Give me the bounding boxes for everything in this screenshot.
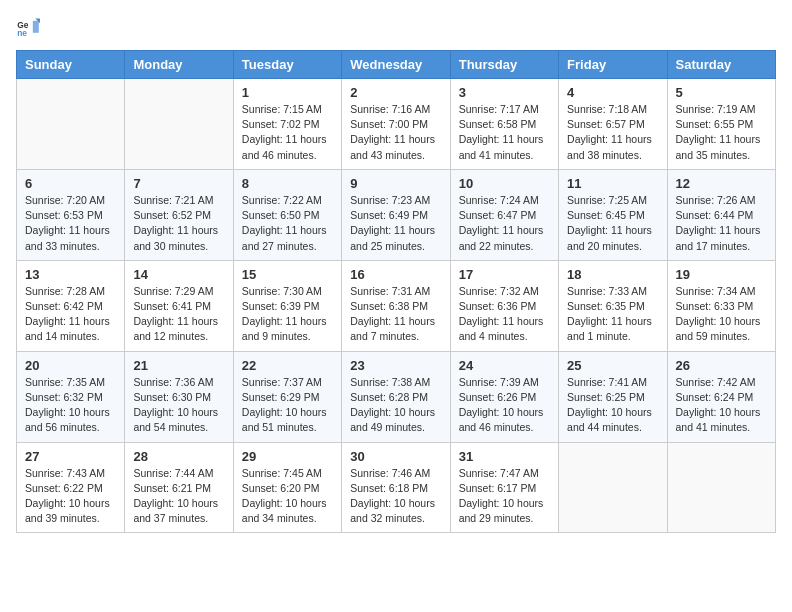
day-number: 16	[350, 267, 441, 282]
day-number: 5	[676, 85, 767, 100]
weekday-wednesday: Wednesday	[342, 51, 450, 79]
calendar-cell: 14Sunrise: 7:29 AM Sunset: 6:41 PM Dayli…	[125, 260, 233, 351]
calendar-cell: 25Sunrise: 7:41 AM Sunset: 6:25 PM Dayli…	[559, 351, 667, 442]
calendar-cell: 27Sunrise: 7:43 AM Sunset: 6:22 PM Dayli…	[17, 442, 125, 533]
calendar-cell: 16Sunrise: 7:31 AM Sunset: 6:38 PM Dayli…	[342, 260, 450, 351]
day-info: Sunrise: 7:19 AM Sunset: 6:55 PM Dayligh…	[676, 102, 767, 163]
weekday-tuesday: Tuesday	[233, 51, 341, 79]
day-info: Sunrise: 7:24 AM Sunset: 6:47 PM Dayligh…	[459, 193, 550, 254]
calendar-cell: 11Sunrise: 7:25 AM Sunset: 6:45 PM Dayli…	[559, 169, 667, 260]
calendar-cell: 10Sunrise: 7:24 AM Sunset: 6:47 PM Dayli…	[450, 169, 558, 260]
weekday-monday: Monday	[125, 51, 233, 79]
svg-marker-2	[33, 21, 39, 33]
day-info: Sunrise: 7:20 AM Sunset: 6:53 PM Dayligh…	[25, 193, 116, 254]
calendar-cell: 3Sunrise: 7:17 AM Sunset: 6:58 PM Daylig…	[450, 79, 558, 170]
logo: Ge ne	[16, 16, 44, 40]
calendar-cell: 12Sunrise: 7:26 AM Sunset: 6:44 PM Dayli…	[667, 169, 775, 260]
day-info: Sunrise: 7:23 AM Sunset: 6:49 PM Dayligh…	[350, 193, 441, 254]
calendar-cell: 22Sunrise: 7:37 AM Sunset: 6:29 PM Dayli…	[233, 351, 341, 442]
calendar-cell: 7Sunrise: 7:21 AM Sunset: 6:52 PM Daylig…	[125, 169, 233, 260]
calendar-cell: 19Sunrise: 7:34 AM Sunset: 6:33 PM Dayli…	[667, 260, 775, 351]
day-info: Sunrise: 7:39 AM Sunset: 6:26 PM Dayligh…	[459, 375, 550, 436]
day-number: 12	[676, 176, 767, 191]
day-number: 18	[567, 267, 658, 282]
day-info: Sunrise: 7:26 AM Sunset: 6:44 PM Dayligh…	[676, 193, 767, 254]
day-info: Sunrise: 7:35 AM Sunset: 6:32 PM Dayligh…	[25, 375, 116, 436]
day-info: Sunrise: 7:34 AM Sunset: 6:33 PM Dayligh…	[676, 284, 767, 345]
day-number: 28	[133, 449, 224, 464]
day-info: Sunrise: 7:43 AM Sunset: 6:22 PM Dayligh…	[25, 466, 116, 527]
day-number: 24	[459, 358, 550, 373]
svg-text:ne: ne	[17, 28, 27, 38]
day-info: Sunrise: 7:37 AM Sunset: 6:29 PM Dayligh…	[242, 375, 333, 436]
calendar-cell	[17, 79, 125, 170]
day-number: 30	[350, 449, 441, 464]
day-number: 27	[25, 449, 116, 464]
calendar-week-2: 6Sunrise: 7:20 AM Sunset: 6:53 PM Daylig…	[17, 169, 776, 260]
weekday-thursday: Thursday	[450, 51, 558, 79]
day-number: 20	[25, 358, 116, 373]
calendar-cell: 2Sunrise: 7:16 AM Sunset: 7:00 PM Daylig…	[342, 79, 450, 170]
day-info: Sunrise: 7:21 AM Sunset: 6:52 PM Dayligh…	[133, 193, 224, 254]
day-number: 14	[133, 267, 224, 282]
calendar-cell: 8Sunrise: 7:22 AM Sunset: 6:50 PM Daylig…	[233, 169, 341, 260]
calendar-cell: 18Sunrise: 7:33 AM Sunset: 6:35 PM Dayli…	[559, 260, 667, 351]
day-number: 8	[242, 176, 333, 191]
calendar-cell: 17Sunrise: 7:32 AM Sunset: 6:36 PM Dayli…	[450, 260, 558, 351]
day-info: Sunrise: 7:30 AM Sunset: 6:39 PM Dayligh…	[242, 284, 333, 345]
day-number: 11	[567, 176, 658, 191]
calendar-cell: 28Sunrise: 7:44 AM Sunset: 6:21 PM Dayli…	[125, 442, 233, 533]
day-number: 13	[25, 267, 116, 282]
day-info: Sunrise: 7:31 AM Sunset: 6:38 PM Dayligh…	[350, 284, 441, 345]
day-info: Sunrise: 7:18 AM Sunset: 6:57 PM Dayligh…	[567, 102, 658, 163]
calendar-cell: 29Sunrise: 7:45 AM Sunset: 6:20 PM Dayli…	[233, 442, 341, 533]
day-info: Sunrise: 7:33 AM Sunset: 6:35 PM Dayligh…	[567, 284, 658, 345]
day-number: 17	[459, 267, 550, 282]
day-number: 9	[350, 176, 441, 191]
day-number: 29	[242, 449, 333, 464]
weekday-friday: Friday	[559, 51, 667, 79]
calendar-week-5: 27Sunrise: 7:43 AM Sunset: 6:22 PM Dayli…	[17, 442, 776, 533]
calendar-cell: 13Sunrise: 7:28 AM Sunset: 6:42 PM Dayli…	[17, 260, 125, 351]
calendar-cell: 4Sunrise: 7:18 AM Sunset: 6:57 PM Daylig…	[559, 79, 667, 170]
weekday-sunday: Sunday	[17, 51, 125, 79]
day-info: Sunrise: 7:44 AM Sunset: 6:21 PM Dayligh…	[133, 466, 224, 527]
day-info: Sunrise: 7:46 AM Sunset: 6:18 PM Dayligh…	[350, 466, 441, 527]
calendar-cell: 26Sunrise: 7:42 AM Sunset: 6:24 PM Dayli…	[667, 351, 775, 442]
calendar-cell: 1Sunrise: 7:15 AM Sunset: 7:02 PM Daylig…	[233, 79, 341, 170]
day-number: 7	[133, 176, 224, 191]
calendar-cell: 15Sunrise: 7:30 AM Sunset: 6:39 PM Dayli…	[233, 260, 341, 351]
calendar-cell: 24Sunrise: 7:39 AM Sunset: 6:26 PM Dayli…	[450, 351, 558, 442]
day-info: Sunrise: 7:28 AM Sunset: 6:42 PM Dayligh…	[25, 284, 116, 345]
calendar-cell: 23Sunrise: 7:38 AM Sunset: 6:28 PM Dayli…	[342, 351, 450, 442]
weekday-saturday: Saturday	[667, 51, 775, 79]
calendar-header: SundayMondayTuesdayWednesdayThursdayFrid…	[17, 51, 776, 79]
day-number: 1	[242, 85, 333, 100]
day-number: 25	[567, 358, 658, 373]
day-number: 31	[459, 449, 550, 464]
calendar-cell	[125, 79, 233, 170]
logo-icon: Ge ne	[16, 16, 40, 40]
day-info: Sunrise: 7:16 AM Sunset: 7:00 PM Dayligh…	[350, 102, 441, 163]
calendar-cell: 21Sunrise: 7:36 AM Sunset: 6:30 PM Dayli…	[125, 351, 233, 442]
calendar-cell	[559, 442, 667, 533]
day-number: 10	[459, 176, 550, 191]
day-info: Sunrise: 7:25 AM Sunset: 6:45 PM Dayligh…	[567, 193, 658, 254]
day-number: 26	[676, 358, 767, 373]
day-info: Sunrise: 7:29 AM Sunset: 6:41 PM Dayligh…	[133, 284, 224, 345]
day-number: 22	[242, 358, 333, 373]
day-number: 2	[350, 85, 441, 100]
day-info: Sunrise: 7:38 AM Sunset: 6:28 PM Dayligh…	[350, 375, 441, 436]
calendar-cell	[667, 442, 775, 533]
calendar-cell: 5Sunrise: 7:19 AM Sunset: 6:55 PM Daylig…	[667, 79, 775, 170]
calendar-week-3: 13Sunrise: 7:28 AM Sunset: 6:42 PM Dayli…	[17, 260, 776, 351]
day-info: Sunrise: 7:45 AM Sunset: 6:20 PM Dayligh…	[242, 466, 333, 527]
calendar-table: SundayMondayTuesdayWednesdayThursdayFrid…	[16, 50, 776, 533]
calendar-cell: 20Sunrise: 7:35 AM Sunset: 6:32 PM Dayli…	[17, 351, 125, 442]
day-info: Sunrise: 7:36 AM Sunset: 6:30 PM Dayligh…	[133, 375, 224, 436]
day-number: 6	[25, 176, 116, 191]
page-header: Ge ne	[16, 16, 776, 40]
day-info: Sunrise: 7:17 AM Sunset: 6:58 PM Dayligh…	[459, 102, 550, 163]
day-info: Sunrise: 7:47 AM Sunset: 6:17 PM Dayligh…	[459, 466, 550, 527]
calendar-cell: 31Sunrise: 7:47 AM Sunset: 6:17 PM Dayli…	[450, 442, 558, 533]
